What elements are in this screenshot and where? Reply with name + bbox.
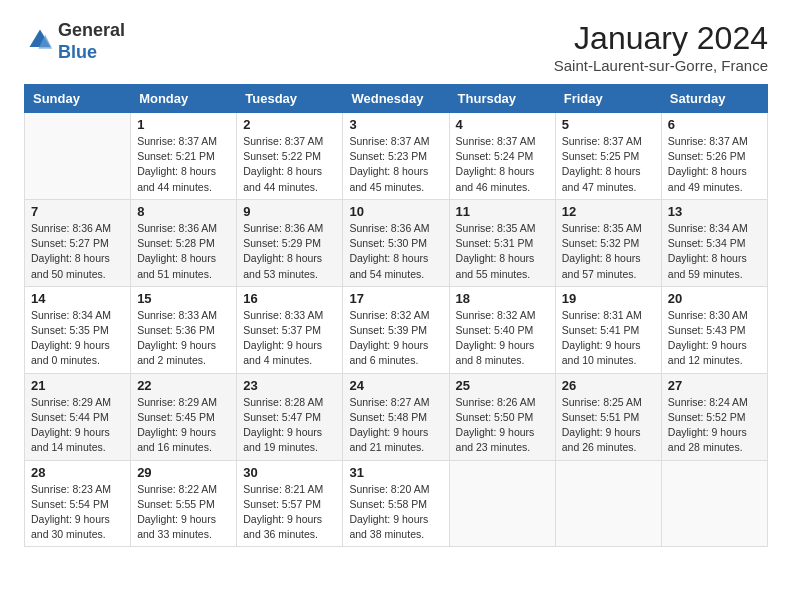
table-row: 13Sunrise: 8:34 AMSunset: 5:34 PMDayligh… bbox=[661, 199, 767, 286]
table-row: 19Sunrise: 8:31 AMSunset: 5:41 PMDayligh… bbox=[555, 286, 661, 373]
day-info: Sunrise: 8:33 AMSunset: 5:37 PMDaylight:… bbox=[243, 308, 336, 369]
table-row: 27Sunrise: 8:24 AMSunset: 5:52 PMDayligh… bbox=[661, 373, 767, 460]
day-info: Sunrise: 8:24 AMSunset: 5:52 PMDaylight:… bbox=[668, 395, 761, 456]
table-row: 12Sunrise: 8:35 AMSunset: 5:32 PMDayligh… bbox=[555, 199, 661, 286]
table-row: 14Sunrise: 8:34 AMSunset: 5:35 PMDayligh… bbox=[25, 286, 131, 373]
day-number: 4 bbox=[456, 117, 549, 132]
month-title: January 2024 bbox=[554, 20, 768, 57]
day-number: 14 bbox=[31, 291, 124, 306]
table-row: 24Sunrise: 8:27 AMSunset: 5:48 PMDayligh… bbox=[343, 373, 449, 460]
header-sunday: Sunday bbox=[25, 85, 131, 113]
day-info: Sunrise: 8:37 AMSunset: 5:26 PMDaylight:… bbox=[668, 134, 761, 195]
day-number: 30 bbox=[243, 465, 336, 480]
logo: General Blue bbox=[24, 20, 125, 63]
weekday-header-row: Sunday Monday Tuesday Wednesday Thursday… bbox=[25, 85, 768, 113]
table-row: 6Sunrise: 8:37 AMSunset: 5:26 PMDaylight… bbox=[661, 113, 767, 200]
day-info: Sunrise: 8:32 AMSunset: 5:39 PMDaylight:… bbox=[349, 308, 442, 369]
day-info: Sunrise: 8:29 AMSunset: 5:44 PMDaylight:… bbox=[31, 395, 124, 456]
table-row: 7Sunrise: 8:36 AMSunset: 5:27 PMDaylight… bbox=[25, 199, 131, 286]
table-row: 26Sunrise: 8:25 AMSunset: 5:51 PMDayligh… bbox=[555, 373, 661, 460]
day-info: Sunrise: 8:36 AMSunset: 5:29 PMDaylight:… bbox=[243, 221, 336, 282]
calendar-table: Sunday Monday Tuesday Wednesday Thursday… bbox=[24, 84, 768, 547]
day-info: Sunrise: 8:32 AMSunset: 5:40 PMDaylight:… bbox=[456, 308, 549, 369]
table-row: 20Sunrise: 8:30 AMSunset: 5:43 PMDayligh… bbox=[661, 286, 767, 373]
day-number: 8 bbox=[137, 204, 230, 219]
header-tuesday: Tuesday bbox=[237, 85, 343, 113]
table-row bbox=[661, 460, 767, 547]
table-row: 28Sunrise: 8:23 AMSunset: 5:54 PMDayligh… bbox=[25, 460, 131, 547]
table-row: 3Sunrise: 8:37 AMSunset: 5:23 PMDaylight… bbox=[343, 113, 449, 200]
table-row: 8Sunrise: 8:36 AMSunset: 5:28 PMDaylight… bbox=[131, 199, 237, 286]
day-number: 29 bbox=[137, 465, 230, 480]
day-number: 26 bbox=[562, 378, 655, 393]
day-number: 6 bbox=[668, 117, 761, 132]
calendar-week-row: 1Sunrise: 8:37 AMSunset: 5:21 PMDaylight… bbox=[25, 113, 768, 200]
calendar-week-row: 7Sunrise: 8:36 AMSunset: 5:27 PMDaylight… bbox=[25, 199, 768, 286]
day-info: Sunrise: 8:35 AMSunset: 5:32 PMDaylight:… bbox=[562, 221, 655, 282]
day-info: Sunrise: 8:34 AMSunset: 5:34 PMDaylight:… bbox=[668, 221, 761, 282]
table-row bbox=[25, 113, 131, 200]
calendar-week-row: 14Sunrise: 8:34 AMSunset: 5:35 PMDayligh… bbox=[25, 286, 768, 373]
table-row: 4Sunrise: 8:37 AMSunset: 5:24 PMDaylight… bbox=[449, 113, 555, 200]
location-title: Saint-Laurent-sur-Gorre, France bbox=[554, 57, 768, 74]
day-info: Sunrise: 8:37 AMSunset: 5:23 PMDaylight:… bbox=[349, 134, 442, 195]
day-info: Sunrise: 8:20 AMSunset: 5:58 PMDaylight:… bbox=[349, 482, 442, 543]
day-number: 16 bbox=[243, 291, 336, 306]
table-row: 5Sunrise: 8:37 AMSunset: 5:25 PMDaylight… bbox=[555, 113, 661, 200]
day-info: Sunrise: 8:21 AMSunset: 5:57 PMDaylight:… bbox=[243, 482, 336, 543]
day-info: Sunrise: 8:35 AMSunset: 5:31 PMDaylight:… bbox=[456, 221, 549, 282]
day-number: 24 bbox=[349, 378, 442, 393]
title-area: January 2024 Saint-Laurent-sur-Gorre, Fr… bbox=[554, 20, 768, 74]
day-number: 19 bbox=[562, 291, 655, 306]
day-number: 31 bbox=[349, 465, 442, 480]
header-thursday: Thursday bbox=[449, 85, 555, 113]
day-number: 12 bbox=[562, 204, 655, 219]
table-row: 31Sunrise: 8:20 AMSunset: 5:58 PMDayligh… bbox=[343, 460, 449, 547]
day-number: 1 bbox=[137, 117, 230, 132]
day-info: Sunrise: 8:37 AMSunset: 5:22 PMDaylight:… bbox=[243, 134, 336, 195]
day-number: 3 bbox=[349, 117, 442, 132]
day-info: Sunrise: 8:28 AMSunset: 5:47 PMDaylight:… bbox=[243, 395, 336, 456]
day-info: Sunrise: 8:34 AMSunset: 5:35 PMDaylight:… bbox=[31, 308, 124, 369]
day-number: 21 bbox=[31, 378, 124, 393]
day-info: Sunrise: 8:36 AMSunset: 5:30 PMDaylight:… bbox=[349, 221, 442, 282]
table-row: 16Sunrise: 8:33 AMSunset: 5:37 PMDayligh… bbox=[237, 286, 343, 373]
day-number: 13 bbox=[668, 204, 761, 219]
day-info: Sunrise: 8:37 AMSunset: 5:21 PMDaylight:… bbox=[137, 134, 230, 195]
table-row: 17Sunrise: 8:32 AMSunset: 5:39 PMDayligh… bbox=[343, 286, 449, 373]
calendar-week-row: 21Sunrise: 8:29 AMSunset: 5:44 PMDayligh… bbox=[25, 373, 768, 460]
day-info: Sunrise: 8:33 AMSunset: 5:36 PMDaylight:… bbox=[137, 308, 230, 369]
day-number: 10 bbox=[349, 204, 442, 219]
day-number: 25 bbox=[456, 378, 549, 393]
table-row bbox=[449, 460, 555, 547]
table-row: 10Sunrise: 8:36 AMSunset: 5:30 PMDayligh… bbox=[343, 199, 449, 286]
day-number: 27 bbox=[668, 378, 761, 393]
table-row: 2Sunrise: 8:37 AMSunset: 5:22 PMDaylight… bbox=[237, 113, 343, 200]
table-row: 21Sunrise: 8:29 AMSunset: 5:44 PMDayligh… bbox=[25, 373, 131, 460]
day-number: 11 bbox=[456, 204, 549, 219]
header-monday: Monday bbox=[131, 85, 237, 113]
header-friday: Friday bbox=[555, 85, 661, 113]
table-row: 1Sunrise: 8:37 AMSunset: 5:21 PMDaylight… bbox=[131, 113, 237, 200]
table-row: 30Sunrise: 8:21 AMSunset: 5:57 PMDayligh… bbox=[237, 460, 343, 547]
day-info: Sunrise: 8:30 AMSunset: 5:43 PMDaylight:… bbox=[668, 308, 761, 369]
calendar-week-row: 28Sunrise: 8:23 AMSunset: 5:54 PMDayligh… bbox=[25, 460, 768, 547]
day-number: 9 bbox=[243, 204, 336, 219]
day-info: Sunrise: 8:36 AMSunset: 5:27 PMDaylight:… bbox=[31, 221, 124, 282]
day-number: 20 bbox=[668, 291, 761, 306]
day-info: Sunrise: 8:31 AMSunset: 5:41 PMDaylight:… bbox=[562, 308, 655, 369]
table-row: 18Sunrise: 8:32 AMSunset: 5:40 PMDayligh… bbox=[449, 286, 555, 373]
day-number: 15 bbox=[137, 291, 230, 306]
table-row: 11Sunrise: 8:35 AMSunset: 5:31 PMDayligh… bbox=[449, 199, 555, 286]
day-number: 22 bbox=[137, 378, 230, 393]
day-number: 23 bbox=[243, 378, 336, 393]
day-info: Sunrise: 8:37 AMSunset: 5:24 PMDaylight:… bbox=[456, 134, 549, 195]
table-row: 23Sunrise: 8:28 AMSunset: 5:47 PMDayligh… bbox=[237, 373, 343, 460]
table-row: 25Sunrise: 8:26 AMSunset: 5:50 PMDayligh… bbox=[449, 373, 555, 460]
day-info: Sunrise: 8:23 AMSunset: 5:54 PMDaylight:… bbox=[31, 482, 124, 543]
table-row: 29Sunrise: 8:22 AMSunset: 5:55 PMDayligh… bbox=[131, 460, 237, 547]
day-info: Sunrise: 8:26 AMSunset: 5:50 PMDaylight:… bbox=[456, 395, 549, 456]
day-number: 17 bbox=[349, 291, 442, 306]
header-saturday: Saturday bbox=[661, 85, 767, 113]
table-row: 22Sunrise: 8:29 AMSunset: 5:45 PMDayligh… bbox=[131, 373, 237, 460]
